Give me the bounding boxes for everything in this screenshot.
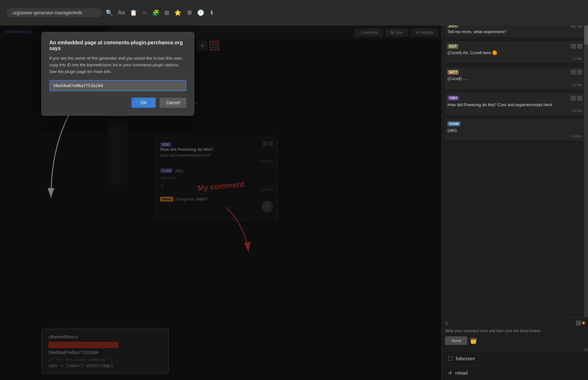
comment-item-3: 5GT7 (Cocell) .... 22 Mar (445, 67, 585, 89)
comment-item-4: VQ8J How did Powering do this? Cool and … (445, 93, 585, 115)
action-btn-2b[interactable] (577, 44, 582, 49)
comment-text-2: (Cocell) Ah, Cocell here 🟠 (448, 50, 582, 56)
smiley-row: :) (445, 320, 585, 325)
orange-dot (582, 322, 585, 324)
reload-label: reload (455, 370, 468, 376)
download-icon[interactable]: ⬇ (209, 9, 214, 16)
star-icon[interactable]: ☆ (142, 9, 147, 16)
ok-button[interactable]: OK (132, 98, 156, 108)
dialog-input[interactable] (49, 80, 186, 91)
dialog-title: An embedded page at comments-plugin.perc… (49, 40, 186, 51)
reload-icon: ↺ (448, 370, 452, 376)
action-btn-2a[interactable] (571, 44, 576, 49)
action-btn-3b[interactable] (577, 69, 582, 75)
comment-time-4: 26 Mar (448, 109, 582, 113)
browser-bar: .org/power-generator-manager#edit 🔍 Aa 📋… (0, 0, 588, 26)
action-btn-3a[interactable] (571, 69, 576, 75)
bookmark-icon[interactable]: 📋 (130, 9, 137, 16)
comment-text-5: (allo) (448, 128, 582, 133)
comment-item-2: 5X1T (Cocell) Ah, Cocell here 🟠 21 Mar (445, 41, 585, 63)
comment-item-5: UUAM (allo) 12:48pm (445, 119, 585, 141)
cancel-button[interactable]: Cancel (160, 98, 186, 108)
bottom-menu: ⛶ fullscreen ↺ reload (442, 351, 588, 380)
reload-menu-item[interactable]: ↺ reload (442, 366, 588, 380)
dialog-buttons: OK Cancel (49, 98, 186, 108)
comment-placeholder[interactable]: Write your comment here and then click t… (445, 328, 585, 334)
comment-actions-3 (571, 69, 582, 75)
comment-header-5: UUAM (448, 121, 582, 126)
comments-area[interactable]: 5X1T Tell me more, what experiment? 5X1T… (442, 17, 588, 340)
input-action-1[interactable] (576, 320, 581, 325)
extensions-icon[interactable]: 🧩 (152, 9, 159, 16)
comment-text-1: Tell me more, what experiment? (448, 29, 582, 35)
badge-sgt: 5GT7 (448, 70, 459, 75)
badge-sxt-2: 5X1T (448, 44, 458, 49)
input-actions (576, 320, 585, 325)
badge-uuam: UUAM (448, 121, 460, 126)
comment-time-2: 21 Mar (448, 57, 582, 61)
comment-text-3: (Cocell) .... (448, 76, 582, 82)
comment-actions-4 (571, 96, 582, 101)
comment-header-4: VQ8J (448, 96, 582, 101)
action-btn-4b[interactable] (577, 96, 582, 101)
dialog-body: If you are the owner of this generator a… (49, 55, 186, 75)
url-bar[interactable]: .org/power-generator-manager#edit (6, 8, 102, 17)
send-button[interactable]: Send (445, 336, 467, 345)
fullscreen-label: fullscreen (456, 356, 475, 361)
fullscreen-menu-item[interactable]: ⛶ fullscreen (442, 351, 588, 366)
comment-header-3: 5GT7 (448, 69, 582, 75)
dialog-overlay: An embedded page at comments-plugin.perc… (0, 26, 441, 380)
history-icon[interactable]: 🕐 (197, 9, 204, 16)
comment-time-3: 22 Mar (448, 83, 582, 87)
badge-vqbj: VQ8J (448, 96, 459, 100)
crown-icon: 👑 (470, 337, 477, 344)
comment-actions-2 (571, 44, 582, 49)
dialog-box: An embedded page at comments-plugin.perc… (41, 32, 194, 116)
desktop-icon[interactable]: 🖥 (186, 9, 192, 16)
scrollbar-thumb[interactable] (584, 26, 588, 45)
right-panel: △ revisions 🖫 saved ⚙ settings account 5… (441, 0, 588, 380)
action-btn-4a[interactable] (571, 96, 576, 101)
sidebar-icon[interactable]: ⊞ (164, 9, 169, 16)
browser-icons: 🔍 Aa 📋 ☆ 🧩 ⊞ ⭐ 🖥 🕐 ⬇ (106, 9, 214, 16)
fullscreen-icon: ⛶ (448, 356, 453, 361)
comment-input-area: :) Write your comment here and then clic… (442, 317, 588, 348)
smiley-icon: :) (445, 321, 448, 325)
send-row: Send 👑 (445, 336, 585, 345)
favorites-icon[interactable]: ⭐ (174, 9, 181, 16)
font-icon[interactable]: Aa (118, 9, 125, 16)
comment-text-4: How did Powering do this? Cool and exper… (448, 102, 582, 108)
comment-time-5: 12:48pm (448, 135, 582, 138)
comment-header-2: 5X1T (448, 44, 582, 49)
search-icon[interactable]: 🔍 (106, 9, 113, 16)
